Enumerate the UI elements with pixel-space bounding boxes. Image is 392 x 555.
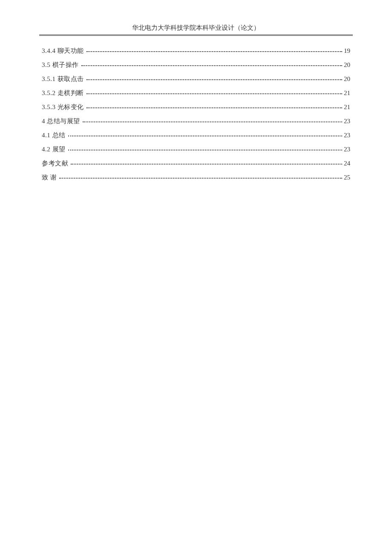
toc-entry-label: 致 谢 — [42, 174, 57, 181]
page-header-title: 华北电力大学科技学院本科毕业设计（论文） — [39, 24, 353, 35]
toc-entry: 3.5.1 获取点击 20 — [42, 76, 350, 82]
toc-leader-dots — [71, 164, 342, 165]
toc-entry-label: 3.5.3 光标变化 — [42, 104, 84, 110]
toc-entry-page: 20 — [344, 62, 350, 68]
toc-entry: 3.4.4 聊天功能 19 — [42, 48, 350, 54]
toc-leader-dots — [59, 178, 342, 179]
toc-entry: 致 谢 25 — [42, 174, 350, 181]
toc-entry: 4 总结与展望 23 — [42, 118, 350, 124]
toc-entry-label: 3.4.4 聊天功能 — [42, 48, 84, 54]
toc-entry-label: 参考文献 — [42, 160, 68, 167]
toc-entry: 3.5 棋子操作 20 — [42, 62, 350, 68]
table-of-contents: 3.4.4 聊天功能 19 3.5 棋子操作 20 3.5.1 获取点击 20 … — [39, 48, 353, 181]
toc-leader-dots — [86, 93, 342, 94]
toc-entry-label: 3.5.1 获取点击 — [42, 76, 84, 82]
toc-entry-page: 20 — [344, 76, 350, 82]
header-rule-thick — [39, 35, 353, 35]
toc-entry-page: 19 — [344, 48, 350, 54]
toc-entry-label: 4.1 总结 — [42, 132, 66, 139]
toc-entry-page: 23 — [344, 146, 350, 153]
toc-entry-label: 4.2 展望 — [42, 146, 66, 153]
header-rule-thin — [39, 35, 353, 36]
toc-leader-dots — [86, 107, 342, 108]
toc-entry: 4.2 展望 23 — [42, 146, 350, 153]
toc-entry: 3.5.3 光标变化 21 — [42, 104, 350, 110]
toc-entry-page: 21 — [344, 90, 350, 96]
toc-leader-dots — [86, 51, 342, 52]
toc-entry-page: 25 — [344, 174, 350, 181]
toc-entry: 参考文献 24 — [42, 160, 350, 167]
toc-entry-label: 4 总结与展望 — [42, 118, 80, 124]
toc-leader-dots — [86, 79, 342, 80]
toc-leader-dots — [81, 65, 343, 66]
toc-entry-page: 23 — [344, 132, 350, 139]
toc-leader-dots — [68, 150, 343, 150]
document-page: 华北电力大学科技学院本科毕业设计（论文） 3.4.4 聊天功能 19 3.5 棋… — [0, 0, 392, 181]
toc-entry-page: 24 — [344, 160, 350, 167]
toc-entry-label: 3.5.2 走棋判断 — [42, 90, 84, 96]
toc-entry-page: 23 — [344, 118, 350, 124]
toc-leader-dots — [68, 136, 343, 136]
toc-entry: 3.5.2 走棋判断 21 — [42, 90, 350, 96]
toc-entry: 4.1 总结 23 — [42, 132, 350, 139]
toc-leader-dots — [83, 121, 342, 122]
toc-entry-label: 3.5 棋子操作 — [42, 62, 79, 68]
toc-entry-page: 21 — [344, 104, 350, 110]
